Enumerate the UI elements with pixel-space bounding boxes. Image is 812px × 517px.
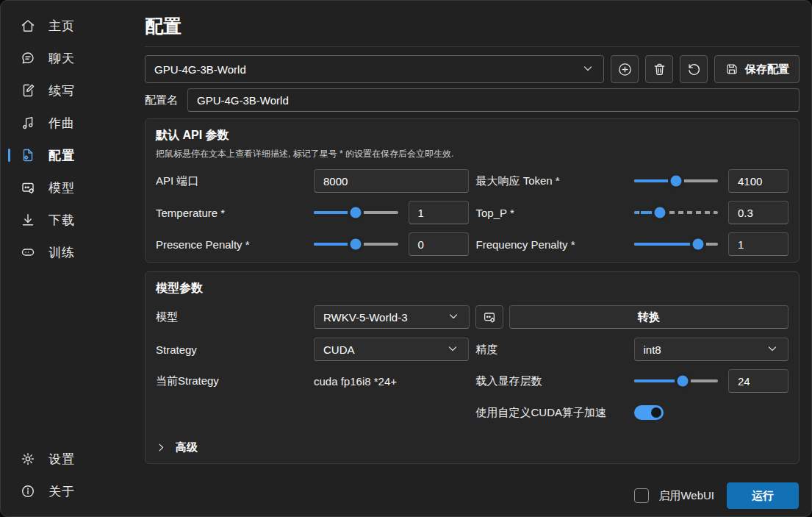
max-tokens-input[interactable]: 4100 (728, 169, 788, 193)
advanced-label: 高级 (176, 441, 198, 454)
sidebar-item-label: 下载 (48, 212, 75, 229)
save-config-button[interactable]: 保存配置 (714, 55, 800, 83)
config-name-input[interactable]: GPU-4G-3B-World (187, 88, 800, 112)
convert-button[interactable]: 转换 (509, 305, 788, 329)
toggle-knob (651, 407, 661, 418)
chevron-down-icon (446, 342, 459, 357)
run-button[interactable]: 运行 (727, 482, 799, 509)
advanced-expander[interactable]: 高级 (156, 441, 788, 454)
api-section-title: 默认 API 参数 (156, 128, 788, 143)
slider-thumb[interactable] (654, 207, 665, 218)
add-config-button[interactable] (611, 55, 639, 83)
config-preset-value: GPU-4G-3B-World (154, 63, 581, 76)
config-preset-dropdown[interactable]: GPU-4G-3B-World (145, 55, 604, 83)
model-params-section: 模型参数 模型 RWKV-5-World-3 转换 Strategy CUDA (145, 271, 800, 464)
chevron-down-icon (581, 62, 594, 77)
vram-layers-input[interactable]: 24 (728, 369, 788, 393)
custom-cuda-field: 使用自定义CUDA算子加速 (476, 401, 789, 424)
slider-thumb[interactable] (677, 376, 688, 387)
model-row: 模型 RWKV-5-World-3 转换 (156, 305, 788, 329)
presence-penalty-field: Presence Penalty * 0 (156, 232, 469, 256)
api-port-label: API 端口 (156, 174, 314, 188)
frequency-penalty-slider[interactable] (634, 238, 719, 251)
precision-value: int8 (644, 343, 766, 356)
config-name-label: 配置名 (145, 93, 178, 107)
save-config-label: 保存配置 (745, 63, 789, 76)
sidebar-item-label: 配置 (48, 147, 75, 164)
page-title: 配置 (145, 14, 182, 38)
trash-icon (652, 62, 667, 77)
api-port-input[interactable]: 8000 (314, 169, 469, 193)
api-section-description: 把鼠标悬停在文本上查看详细描述, 标记了星号 * 的设置在保存后会立即生效. (156, 148, 788, 160)
model-icon (20, 179, 36, 196)
sidebar-item-home[interactable]: 主页 (5, 12, 137, 40)
sidebar-item-label: 设置 (48, 451, 75, 468)
slider-thumb[interactable] (351, 239, 362, 250)
top-p-field: Top_P * 0.3 (476, 201, 789, 224)
temperature-label: Temperature * (156, 207, 314, 219)
footer-bar: 启用WebUI 运行 (634, 482, 799, 509)
presence-penalty-slider[interactable] (314, 238, 398, 251)
manage-models-button[interactable] (475, 305, 503, 329)
chevron-right-icon (156, 442, 167, 453)
slider-thumb[interactable] (351, 207, 362, 218)
api-params-section: 默认 API 参数 把鼠标悬停在文本上查看详细描述, 标记了星号 * 的设置在保… (145, 118, 800, 263)
slider-thumb[interactable] (670, 176, 681, 187)
title-divider (145, 46, 800, 47)
sidebar-item-label: 主页 (48, 18, 75, 35)
sidebar-item-settings[interactable]: 设置 (5, 445, 137, 473)
selected-indicator (8, 149, 10, 162)
model-dropdown[interactable]: RWKV-5-World-3 (314, 305, 470, 329)
vram-layers-slider[interactable] (634, 374, 719, 388)
model-label: 模型 (156, 310, 308, 324)
config-name-row: 配置名 GPU-4G-3B-World (145, 88, 800, 112)
sidebar-item-completion[interactable]: 续写 (5, 76, 137, 104)
sidebar-item-label: 续写 (48, 82, 75, 99)
top-p-slider[interactable] (634, 206, 719, 219)
home-icon (20, 18, 36, 34)
settings-icon (20, 451, 36, 467)
chevron-down-icon (766, 342, 779, 357)
enable-webui-label: 启用WebUI (658, 489, 714, 503)
strategy-field: Strategy CUDA (156, 338, 469, 361)
current-strategy-label: 当前Strategy (156, 374, 314, 388)
custom-cuda-toggle[interactable] (634, 405, 664, 420)
max-tokens-slider[interactable] (634, 174, 719, 188)
sidebar-item-train[interactable]: 训练 (5, 238, 137, 266)
delete-config-button[interactable] (645, 55, 673, 83)
config-icon (20, 147, 36, 163)
api-port-field: API 端口 8000 (156, 169, 469, 193)
presence-penalty-label: Presence Penalty * (156, 238, 314, 251)
model-section-title: 模型参数 (156, 281, 788, 296)
precision-field: 精度 int8 (476, 338, 789, 361)
sidebar-item-chat[interactable]: 聊天 (5, 44, 137, 72)
sidebar-item-about[interactable]: 关于 (5, 477, 137, 505)
sidebar-item-configs[interactable]: 配置 (5, 141, 137, 169)
top-p-label: Top_P * (476, 207, 634, 219)
strategy-dropdown[interactable]: CUDA (314, 338, 469, 361)
sidebar-item-label: 聊天 (48, 50, 75, 67)
precision-dropdown[interactable]: int8 (634, 338, 789, 361)
top-p-input[interactable]: 0.3 (728, 201, 788, 224)
sidebar-item-downloads[interactable]: 下载 (5, 206, 137, 234)
compose-icon (20, 82, 36, 99)
sidebar-item-models[interactable]: 模型 (5, 174, 137, 202)
temperature-slider[interactable] (314, 206, 398, 219)
custom-cuda-label: 使用自定义CUDA算子加速 (476, 406, 634, 420)
model-value: RWKV-5-World-3 (323, 311, 447, 324)
undo-icon (686, 62, 702, 77)
save-icon (725, 62, 739, 76)
sidebar-item-label: 关于 (48, 483, 75, 500)
frequency-penalty-field: Frequency Penalty * 1 (476, 232, 789, 256)
reset-config-button[interactable] (680, 55, 708, 83)
model-manage-icon (482, 310, 497, 324)
download-icon (20, 212, 36, 228)
temperature-input[interactable]: 1 (409, 201, 469, 224)
presence-penalty-input[interactable]: 0 (409, 232, 469, 256)
current-strategy-field: 当前Strategy cuda fp16i8 *24+ (156, 369, 469, 393)
sidebar-item-composition[interactable]: 作曲 (5, 109, 137, 137)
slider-thumb[interactable] (692, 239, 703, 250)
vram-layers-label: 载入显存层数 (476, 374, 634, 388)
enable-webui-checkbox[interactable] (634, 488, 649, 503)
frequency-penalty-input[interactable]: 1 (728, 232, 788, 256)
